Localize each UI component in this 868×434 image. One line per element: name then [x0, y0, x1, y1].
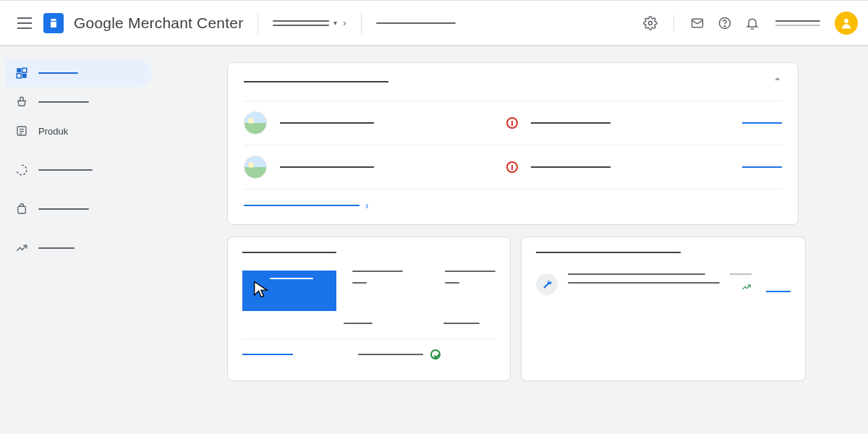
trend-up-icon: [741, 282, 752, 294]
card-title: [244, 81, 388, 82]
row-status: [531, 166, 610, 168]
stat-label: [445, 271, 495, 272]
check-icon: [430, 349, 441, 359]
product-thumbnail: [244, 156, 267, 179]
sidebar-item-label: [38, 247, 75, 249]
suggestion-line: [568, 282, 720, 284]
sidebar-item-label: Produk: [38, 126, 68, 137]
secondary-selector[interactable]: [376, 22, 456, 24]
highlighted-tab[interactable]: [242, 271, 336, 311]
product-thumbnail: [244, 111, 267, 135]
stat-label: [344, 323, 373, 324]
svg-rect-8: [22, 74, 27, 78]
card-title: [536, 252, 681, 253]
app-logo[interactable]: [43, 13, 64, 33]
sidebar-item-marketing[interactable]: [6, 195, 152, 223]
sidebar-item-label: [38, 169, 93, 171]
sidebar: Produk: [0, 46, 158, 434]
svg-point-4: [844, 19, 848, 23]
progress-icon: [14, 163, 29, 177]
gear-icon[interactable]: [642, 14, 659, 32]
mail-icon[interactable]: [689, 14, 706, 32]
row-name: [280, 166, 374, 168]
separator: [673, 15, 674, 31]
card-title: [242, 252, 336, 253]
error-icon: [506, 117, 518, 129]
sidebar-item-performance[interactable]: [6, 156, 152, 184]
overview-row[interactable]: [244, 101, 782, 145]
user-label: [775, 20, 820, 26]
chevron-right-icon: ›: [365, 200, 369, 211]
sidebar-item-orders[interactable]: [6, 88, 152, 116]
separator: [258, 12, 258, 34]
error-icon: [506, 161, 518, 173]
sidebar-item-label: [38, 208, 89, 210]
suggestion-line: [568, 273, 705, 275]
suggestion-action[interactable]: [766, 291, 791, 292]
sidebar-item-label: [38, 101, 89, 103]
dashboard-icon: [14, 66, 29, 80]
svg-rect-6: [22, 68, 27, 72]
app-title: Google Merchant Center: [74, 14, 243, 32]
chevron-right-icon: ›: [343, 17, 346, 28]
svg-rect-7: [17, 74, 21, 78]
sidebar-item-growth[interactable]: [6, 234, 152, 262]
card-footer-link[interactable]: [244, 205, 359, 206]
collapse-icon[interactable]: ⌃: [773, 76, 782, 88]
help-icon[interactable]: [716, 14, 733, 32]
footer-text: [358, 354, 423, 355]
cursor-icon: [251, 279, 271, 299]
overview-row[interactable]: [244, 145, 782, 189]
sidebar-item-overview[interactable]: [6, 59, 152, 87]
suggestion-item[interactable]: [536, 273, 791, 295]
tab-label: [270, 278, 313, 279]
account-dropdown[interactable]: ▾ ›: [273, 17, 346, 28]
svg-point-3: [724, 25, 725, 26]
chevron-down-icon: ▾: [333, 19, 337, 27]
user-avatar[interactable]: [835, 12, 858, 35]
list-icon: [14, 124, 29, 138]
stat-value: [445, 282, 459, 284]
trend-icon: [14, 241, 29, 255]
separator: [361, 12, 362, 34]
main-content: ⌃ ›: [158, 46, 868, 434]
menu-icon[interactable]: [16, 14, 33, 32]
footer-link[interactable]: [242, 354, 293, 355]
svg-rect-5: [17, 68, 21, 72]
overview-card: ⌃ ›: [227, 62, 799, 225]
suggestion-side: [730, 273, 752, 275]
stat-label: [352, 271, 403, 272]
sidebar-item-label: [38, 72, 78, 74]
stat-label: [443, 323, 480, 324]
row-status: [531, 122, 610, 124]
top-bar: Google Merchant Center ▾ ›: [0, 0, 868, 46]
basket-icon: [14, 95, 29, 109]
row-action-link[interactable]: [742, 122, 782, 124]
row-action-link[interactable]: [742, 166, 782, 168]
stat-value: [352, 282, 367, 284]
suggestions-card: [521, 237, 806, 381]
bag-icon: [14, 202, 29, 216]
stats-card: [227, 237, 511, 381]
row-name: [280, 122, 374, 124]
bell-icon[interactable]: [744, 14, 761, 32]
svg-rect-13: [18, 206, 26, 213]
sidebar-item-products[interactable]: Produk: [6, 117, 152, 145]
wrench-icon: [536, 273, 558, 295]
svg-point-0: [649, 21, 652, 25]
